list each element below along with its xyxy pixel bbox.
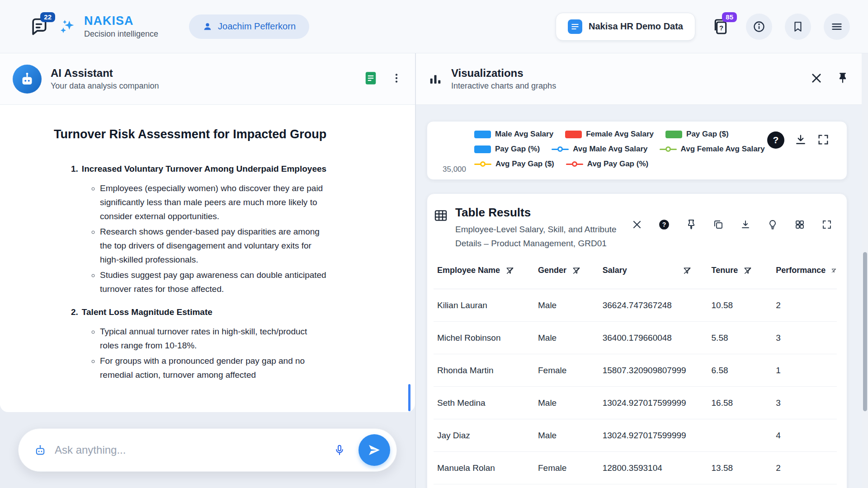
close-table-button[interactable] [627, 216, 647, 234]
library-badge: 85 [722, 12, 737, 22]
chat-button[interactable]: 22 [26, 14, 52, 39]
filter-icon[interactable] [505, 266, 514, 275]
legend-item[interactable]: Avg Pay Gap ($) [474, 160, 554, 169]
list-item-title: 2.Talent Loss Magnitude Estimate [71, 305, 327, 319]
table-row[interactable]: Michel Robinson Male 36400.179660048 5.5… [434, 322, 837, 354]
page-scrollbar[interactable] [862, 53, 868, 488]
table-download-button[interactable] [736, 216, 755, 234]
cell-gender: Male [534, 387, 599, 419]
table-layout-button[interactable] [790, 216, 810, 234]
table-row[interactable]: Manuela Rolan Female 12800.3593104 13.58… [434, 452, 837, 484]
sparkles-icon [59, 18, 77, 36]
cell-gender: Male [534, 419, 599, 452]
hamburger-icon [830, 20, 843, 33]
filter-icon[interactable] [572, 266, 581, 275]
table-pin-button[interactable] [681, 216, 701, 234]
table-results-subtitle: Employee-Level Salary, Skill, and Attrib… [455, 222, 617, 250]
send-button[interactable] [359, 434, 390, 466]
user-menu-button[interactable]: Joachim Pefferkorn [189, 14, 309, 39]
cell-performance: 2 [772, 452, 837, 484]
list-icon [568, 19, 582, 34]
visualizations-column: Visualizations Interactive charts and gr… [416, 53, 862, 488]
lightbulb-icon [767, 219, 778, 230]
table-row[interactable]: Kilian Lauran Male 36624.747367248 10.58… [434, 289, 837, 322]
filter-icon[interactable] [831, 266, 837, 275]
bookmark-button[interactable] [785, 14, 811, 40]
brand-block: NAKISA Decision intelligence [84, 14, 158, 39]
cell-gender: Female [534, 452, 599, 484]
chart-download-button[interactable] [794, 133, 807, 147]
ai-assistant-title: AI Assistant [51, 67, 159, 80]
table-row[interactable]: Jay Diaz Male 13024.927017599999 4 [434, 419, 837, 452]
table-help-button[interactable]: ? [654, 216, 674, 234]
table-row[interactable]: Seth Medina Male 13024.927017599999 16.5… [434, 387, 837, 419]
legend-item[interactable]: Male Avg Salary [474, 130, 553, 139]
ai-response-list: 1.Increased Voluntary Turnover Among Und… [54, 162, 327, 382]
cell-performance: 3 [772, 322, 837, 354]
info-icon [753, 20, 765, 33]
assistant-input-icon [34, 444, 47, 456]
column-header: Performance [776, 266, 826, 275]
cell-tenure: 6.58 [708, 354, 773, 387]
cell-salary: 15807.320909807999 [599, 354, 708, 387]
library-button[interactable]: ? 85 [708, 14, 733, 39]
legend-item[interactable]: Avg Female Avg Salary [660, 145, 765, 154]
table-row[interactable]: Rhonda Martin Female 15807.320909807999 … [434, 354, 837, 387]
legend-item[interactable]: Avg Male Avg Salary [552, 145, 647, 154]
ai-assistant-panel: AI Assistant Your data analysis companio… [0, 53, 415, 412]
send-icon [368, 443, 381, 457]
chart-fullscreen-button[interactable] [817, 133, 830, 147]
mic-button[interactable] [329, 439, 350, 461]
bullet-point: For groups with a pronounced gender pay … [100, 354, 327, 382]
table-icon [434, 208, 448, 223]
cell-tenure: 5.58 [708, 322, 773, 354]
dataset-selector-button[interactable]: Nakisa HR Demo Data [556, 13, 695, 41]
download-icon [794, 133, 807, 146]
chat-input-area [0, 412, 415, 488]
page-scrollbar-thumb[interactable] [863, 252, 867, 411]
cell-salary: 36400.179660048 [599, 322, 708, 354]
filter-icon[interactable] [743, 266, 752, 275]
cell-salary: 13024.927017599999 [599, 387, 708, 419]
list-item-number: 2. [71, 307, 78, 317]
list-item: 2.Talent Loss Magnitude Estimate Typical… [71, 305, 327, 382]
table-insights-button[interactable] [763, 216, 783, 234]
pin-visualizations-button[interactable] [836, 72, 849, 86]
more-options-button[interactable] [391, 72, 402, 85]
table-copy-button[interactable] [708, 216, 728, 234]
cell-tenure [708, 419, 773, 452]
brand-tagline: Decision intelligence [84, 29, 158, 39]
legend-line-marker [552, 146, 569, 152]
brand-name: NAKISA [84, 14, 158, 28]
ai-assistant-avatar [13, 65, 42, 94]
bullet-point: Research shows gender-based pay disparit… [100, 225, 327, 267]
mic-icon [334, 444, 345, 456]
table-fullscreen-button[interactable] [817, 216, 837, 234]
cell-tenure: 10.58 [708, 289, 773, 322]
bullet-point: Typical annual turnover rates in high-sk… [100, 324, 327, 352]
cell-tenure: 16.58 [708, 387, 773, 419]
cell-tenure: 13.58 [708, 452, 773, 484]
export-sheet-button[interactable] [364, 71, 377, 86]
chat-input[interactable] [55, 444, 321, 456]
list-item-title: 1.Increased Voluntary Turnover Among Und… [71, 162, 327, 176]
column-header: Salary [603, 266, 627, 275]
legend-item[interactable]: Avg Pay Gap (%) [566, 160, 648, 169]
filter-icon[interactable] [683, 266, 692, 275]
info-button[interactable] [746, 14, 772, 40]
cell-performance: 3 [772, 387, 837, 419]
chart-help-button[interactable]: ? [767, 131, 784, 149]
dataset-button-label: Nakisa HR Demo Data [589, 21, 683, 32]
legend-item[interactable]: Pay Gap ($) [665, 130, 729, 139]
cell-employee-name: Kilian Lauran [434, 289, 534, 322]
legend-item[interactable]: Female Avg Salary [565, 130, 654, 139]
close-visualizations-button[interactable] [810, 72, 823, 86]
legend-item[interactable]: Pay Gap (%) [474, 145, 540, 154]
column-header: Employee Name [437, 266, 500, 275]
legend-line-marker [660, 146, 677, 152]
visualizations-subtitle: Interactive charts and graphs [451, 81, 556, 91]
content-scrollbar-thumb[interactable] [408, 384, 410, 411]
y-axis-tick: 35,000 [443, 165, 466, 174]
ai-response-content[interactable]: Turnover Risk Assessment for Impacted Gr… [0, 105, 415, 412]
menu-button[interactable] [824, 14, 850, 40]
